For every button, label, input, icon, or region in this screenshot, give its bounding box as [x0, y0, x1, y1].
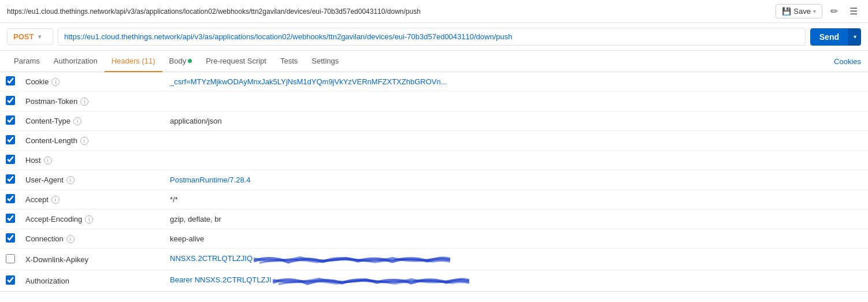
header-value-cell: Bearer NNSXS.2CTRLQTLZJI — [165, 270, 752, 292]
header-description-cell — [752, 229, 868, 249]
header-checkbox[interactable] — [6, 254, 15, 263]
table-row: Accept i */* — [0, 190, 868, 210]
tab-headers-label: Headers (11) — [112, 57, 155, 65]
header-key-cell: Postman-Token i — [21, 92, 165, 111]
top-url: https://eu1.cloud.thethings.network/api/… — [7, 8, 421, 16]
edit-button[interactable]: ✏ — [827, 3, 841, 19]
header-key-name: Content-Length — [25, 136, 77, 145]
header-checkbox[interactable] — [6, 275, 15, 285]
header-checkbox-cell — [0, 249, 21, 270]
header-key-name: Cookie — [25, 77, 49, 86]
header-key-name: Content-Type — [25, 117, 71, 125]
header-value-cell — [165, 92, 752, 111]
table-row: Content-Type i application/json — [0, 111, 868, 131]
info-icon: i — [66, 235, 75, 243]
header-key-name: Accept-Encoding — [25, 215, 82, 223]
header-key-cell: Accept-Encoding i — [21, 210, 165, 229]
info-icon: i — [66, 176, 75, 184]
send-wrapper: Send ▾ — [810, 28, 861, 46]
footer-row: Key Value Description — [0, 292, 868, 292]
header-checkbox[interactable] — [6, 194, 15, 203]
table-row: Connection i keep-alive — [0, 229, 868, 249]
footer-check-cell — [0, 292, 21, 292]
table-row: Cookie i _csrf=MTYzMjkwODAyMnxJak5LYjNsM… — [0, 72, 868, 92]
tab-body[interactable]: Body — [162, 51, 199, 72]
tab-authorization-label: Authorization — [54, 57, 98, 65]
header-description-cell — [752, 72, 868, 92]
header-checkbox[interactable] — [6, 174, 15, 184]
footer-key-label: Key — [21, 292, 165, 292]
header-description-cell — [752, 131, 868, 151]
header-value-cell — [165, 151, 752, 170]
tab-params[interactable]: Params — [7, 51, 47, 72]
header-key-cell: Content-Length i — [21, 131, 165, 151]
header-checkbox-cell — [0, 190, 21, 210]
top-actions: 💾 Save ▾ ✏ ☰ — [776, 3, 861, 19]
tab-headers[interactable]: Headers (11) — [105, 51, 162, 72]
header-checkbox[interactable] — [6, 76, 15, 85]
tab-authorization[interactable]: Authorization — [47, 51, 105, 72]
header-key-cell: Authorization — [21, 270, 165, 292]
body-dot-icon — [188, 59, 192, 63]
info-icon: i — [80, 137, 88, 145]
table-row: Postman-Token i — [0, 92, 868, 111]
headers-table-container: Cookie i _csrf=MTYzMjkwODAyMnxJak5LYjNsM… — [0, 72, 868, 292]
table-row: Host i — [0, 151, 868, 170]
header-checkbox[interactable] — [6, 233, 15, 243]
page-wrapper: https://eu1.cloud.thethings.network/api/… — [0, 0, 868, 302]
cookies-label: Cookies — [834, 57, 861, 66]
header-description-cell — [752, 190, 868, 210]
tab-pre-request[interactable]: Pre-request Script — [199, 51, 273, 72]
cookies-link[interactable]: Cookies — [834, 51, 861, 72]
header-checkbox[interactable] — [6, 214, 15, 223]
footer-description-label: Description — [752, 292, 868, 292]
header-key-cell: Accept i — [21, 190, 165, 210]
tab-params-label: Params — [14, 57, 40, 65]
header-checkbox-cell — [0, 131, 21, 151]
method-select[interactable]: POST ▾ — [7, 28, 53, 45]
header-checkbox-cell — [0, 72, 21, 92]
request-bar: POST ▾ Send ▾ — [0, 23, 868, 51]
headers-table: Cookie i _csrf=MTYzMjkwODAyMnxJak5LYjNsM… — [0, 72, 868, 292]
send-dropdown-button[interactable]: ▾ — [848, 28, 861, 46]
header-description-cell — [752, 170, 868, 190]
tab-tests[interactable]: Tests — [273, 51, 305, 72]
header-key-cell: X-Downlink-Apikey — [21, 249, 165, 270]
save-chevron-icon: ▾ — [813, 8, 816, 14]
info-icon: i — [51, 78, 60, 86]
header-checkbox[interactable] — [6, 115, 15, 125]
comment-button[interactable]: ☰ — [846, 3, 861, 19]
header-key-cell: Cookie i — [21, 72, 165, 92]
header-key-name: Authorization — [25, 277, 69, 285]
header-key-cell: Content-Type i — [21, 111, 165, 131]
header-checkbox-cell — [0, 229, 21, 249]
top-bar: https://eu1.cloud.thethings.network/api/… — [0, 0, 868, 23]
send-button[interactable]: Send — [810, 28, 848, 46]
header-checkbox-cell — [0, 111, 21, 131]
table-row: Authorization Bearer NNSXS.2CTRLQTLZJI — [0, 270, 868, 292]
header-key-cell: User-Agent i — [21, 170, 165, 190]
header-value-cell: PostmanRuntime/7.28.4 — [165, 170, 752, 190]
header-checkbox[interactable] — [6, 135, 15, 144]
header-value-cell: keep-alive — [165, 229, 752, 249]
save-button[interactable]: 💾 Save ▾ — [776, 4, 822, 18]
header-value-cell — [165, 131, 752, 151]
info-icon: i — [44, 156, 52, 165]
header-key-name: Host — [25, 156, 41, 165]
footer-value-label: Value — [165, 292, 752, 292]
tab-body-badge: Body — [169, 57, 192, 65]
info-icon: i — [73, 117, 81, 125]
header-checkbox[interactable] — [6, 155, 15, 164]
tab-tests-label: Tests — [280, 57, 298, 65]
header-key-cell: Connection i — [21, 229, 165, 249]
header-description-cell — [752, 210, 868, 229]
header-description-cell — [752, 151, 868, 170]
tab-pre-request-label: Pre-request Script — [206, 57, 266, 65]
save-label: Save — [793, 7, 811, 16]
tab-settings[interactable]: Settings — [305, 51, 346, 72]
tabs-bar: Params Authorization Headers (11) Body P… — [0, 51, 868, 72]
tab-settings-label: Settings — [311, 57, 339, 65]
url-input[interactable] — [58, 28, 806, 46]
header-checkbox[interactable] — [6, 96, 15, 105]
table-row: X-Downlink-Apikey NNSXS.2CTRLQTLZJIQ — [0, 249, 868, 270]
